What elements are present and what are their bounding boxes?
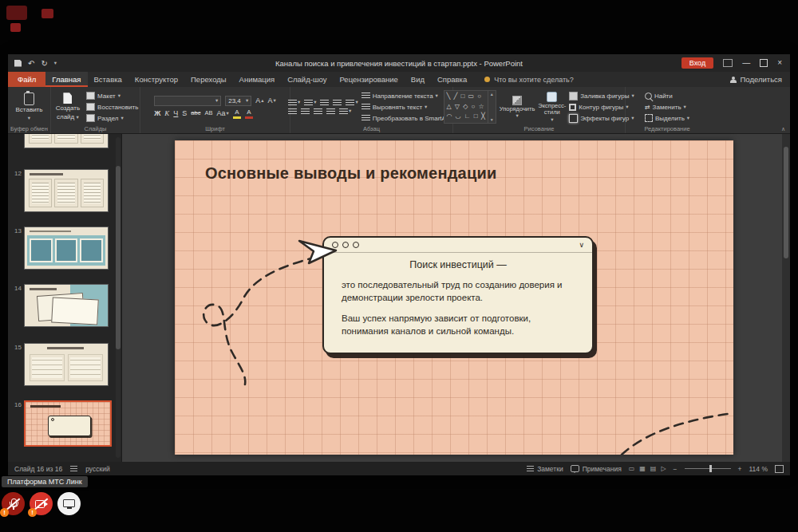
zoom-out-button[interactable]: − [674,465,678,473]
bullets-button[interactable]: ▾ [288,100,300,106]
panel-scrollbar[interactable] [116,137,120,458]
bold-button[interactable]: Ж [154,110,160,117]
shape-outline-button[interactable]: Контур фигуры▾ [569,102,634,112]
gallery-down-icon[interactable]: ▼ [490,117,494,122]
numbering-button[interactable]: ▾ [304,100,316,106]
section-button[interactable]: Раздел▾ [86,113,138,124]
tab-transitions[interactable]: Переходы [184,72,233,87]
slide-thumbnail-panel[interactable]: 12 13 14 [8,134,122,462]
tab-file[interactable]: Файл [8,72,45,87]
strikethrough-button[interactable]: abc [191,110,200,116]
tab-animations[interactable]: Анимация [233,72,282,87]
save-icon[interactable] [14,60,22,67]
tab-design[interactable]: Конструктор [128,72,184,87]
language-indicator[interactable]: русский [85,465,110,473]
canvas-scrollbar[interactable] [782,134,790,462]
align-text-button[interactable]: Выровнять текст▾ [361,102,455,112]
shrink-font-button[interactable]: А▾ [268,97,276,104]
slide-thumbnail-12[interactable]: 12 [11,169,109,212]
change-case-button[interactable]: Аа▾ [216,110,228,117]
collapse-ribbon-icon[interactable]: ∧ [781,126,785,132]
screen-share-button[interactable] [57,492,81,515]
arrange-button[interactable]: Упорядочить ▾ [500,89,535,124]
slide-sorter-view-button[interactable]: ▦ [639,465,646,472]
text-shadow-button[interactable]: S [182,110,187,117]
caret-down-icon: ▾ [436,93,438,99]
group-label-slides: Слайды [53,124,137,133]
tab-view[interactable]: Вид [405,72,431,87]
font-size-select[interactable]: 23,4▾ [225,96,251,106]
zoom-slider[interactable] [685,468,731,469]
select-button[interactable]: Выделить▾ [645,113,689,124]
slide-16[interactable]: Основные выводы и рекомендации ∨ Поиск и… [175,140,733,455]
sign-in-button[interactable]: Вход [681,57,713,69]
fit-slide-button[interactable] [775,465,784,473]
find-button[interactable]: Найти [645,91,689,101]
tab-slideshow[interactable]: Слайд-шоу [281,72,333,87]
slide-thumbnail-13[interactable]: 13 [11,227,109,270]
slide-title[interactable]: Основные выводы и рекомендации [205,164,496,183]
callout-card[interactable]: ∨ Поиск инвестиций — это последовательны… [322,236,594,354]
shape-fill-button[interactable]: Заливка фигуры▾ [569,91,634,101]
decrease-indent-button[interactable] [320,100,329,106]
maximize-button[interactable] [760,59,768,67]
microphone-muted-button[interactable]: ! [2,492,25,515]
tab-home[interactable]: Главная [45,72,87,87]
align-left-button[interactable] [288,108,297,115]
italic-button[interactable]: К [164,110,169,117]
replace-button[interactable]: ⇄Заменить▾ [645,102,689,112]
line-spacing-button[interactable]: ▾ [346,100,358,106]
columns-icon [339,108,348,115]
highlight-color-button[interactable]: А [233,108,241,119]
ribbon-display-options-icon[interactable] [723,59,733,67]
layout-button[interactable]: Макет▾ [86,91,138,101]
canvas-scrollbar-thumb[interactable] [784,147,788,258]
underline-button[interactable]: Ч [173,110,178,117]
font-color-button[interactable]: А [245,108,253,119]
align-center-button[interactable] [301,108,310,115]
slide-thumbnail-15[interactable]: 15 [11,343,109,386]
panel-scrollbar-thumb[interactable] [116,166,120,349]
reset-button[interactable]: Восстановить [86,102,138,112]
tab-help[interactable]: Справка [431,72,473,87]
shapes-gallery[interactable]: ╲ ╱ □ ▭ ○ △ ▽ ◇ ○ ☆ ◠ ◡ ∟ □ ╳ ▲ ▼ [444,90,496,124]
camera-muted-button[interactable]: ! [30,492,53,515]
columns-button[interactable]: ▾ [339,108,351,115]
increase-indent-button[interactable] [333,100,342,106]
smartart-button[interactable]: Преобразовать в SmartArt▾ [361,113,455,124]
gallery-up-icon[interactable]: ▲ [490,92,494,97]
font-name-select[interactable]: ▾ [154,96,221,106]
text-direction-button[interactable]: Направление текста▾ [361,91,455,101]
slide-thumbnail-14[interactable]: 14 [11,284,109,327]
zoom-in-button[interactable]: + [738,465,742,473]
normal-view-button[interactable]: ▭ [629,465,635,472]
tab-insert[interactable]: Вставка [88,72,128,87]
paste-button[interactable]: Вставить ▾ [13,89,46,124]
comments-toggle[interactable]: Примечания [571,465,622,473]
spellcheck-icon[interactable] [70,466,77,472]
zoom-slider-knob[interactable] [709,465,712,472]
tell-me-search[interactable]: Что вы хотите сделать? [484,72,574,87]
zoom-level[interactable]: 114 % [749,465,768,473]
thumbnail-preview [24,284,109,327]
redo-icon[interactable]: ↻ [41,59,47,68]
character-spacing-button[interactable]: АВ [204,110,212,116]
qat-caret-icon[interactable]: ▾ [54,61,57,66]
notes-toggle[interactable]: Заметки [527,465,563,473]
shape-effects-button[interactable]: Эффекты фигур▾ [569,113,634,124]
align-right-button[interactable] [314,108,322,115]
reading-view-button[interactable]: ▤ [650,465,657,472]
slide-thumbnail-partial[interactable] [11,134,109,148]
justify-button[interactable] [326,108,335,115]
share-button[interactable]: Поделиться [730,72,782,87]
slide-thumbnail-16-selected[interactable]: 16 [11,400,112,447]
quick-styles-button[interactable]: Экспресс-стили ▾ [538,89,566,124]
undo-icon[interactable]: ↶ [28,59,34,68]
minimize-button[interactable]: — [742,59,750,67]
close-button[interactable]: × [777,59,782,67]
grow-font-button[interactable]: А▴ [255,97,263,104]
new-slide-button[interactable]: Создать слайд ▾ [53,89,83,124]
tab-review[interactable]: Рецензирование [333,72,404,87]
shapes-gallery-scroll[interactable]: ▲ ▼ [488,91,496,123]
slideshow-view-button[interactable]: ▷ [661,465,666,472]
